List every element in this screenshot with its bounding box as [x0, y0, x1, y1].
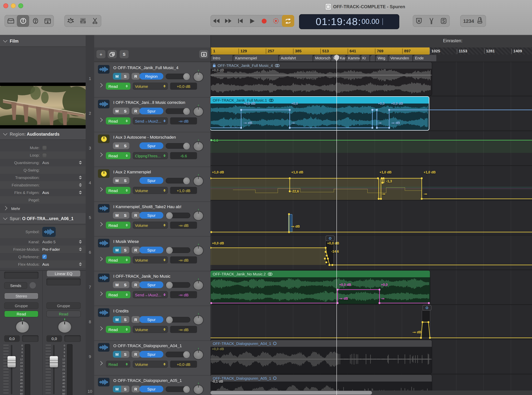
track-lane[interactable]: OFF-TRACK_Janik_No Music.2+0,0 dB+0,0-∞ …	[211, 270, 532, 305]
stepper-icon[interactable]	[79, 191, 82, 194]
pan-knob[interactable]	[193, 350, 204, 360]
autopunch-icon[interactable]	[413, 15, 425, 27]
solo-button[interactable]: S	[121, 386, 129, 392]
record-button[interactable]: R	[132, 212, 140, 219]
automation-mode-button[interactable]: Read	[106, 152, 130, 159]
stepper-icon[interactable]	[79, 161, 82, 165]
audio-region[interactable]: OFF-TRACK_Dialogspuren_A04_1	[211, 340, 432, 373]
automation-value[interactable]: -∞ dB	[170, 222, 197, 229]
slider-thumb[interactable]	[166, 247, 173, 253]
bar-ruler[interactable]: 11292573855136417698971025115312811409	[211, 47, 532, 55]
solo-button[interactable]: S	[121, 177, 129, 184]
pan-knob[interactable]	[193, 106, 204, 117]
automation-mode-button[interactable]: Read	[106, 82, 130, 90]
slider-thumb[interactable]	[183, 73, 190, 80]
slider-thumb[interactable]	[183, 143, 190, 149]
solo-mode-icon[interactable]	[438, 15, 450, 27]
track-slider[interactable]	[166, 352, 190, 357]
automation-value[interactable]: +0,0 dB	[170, 82, 197, 90]
pan-knob[interactable]	[193, 315, 204, 325]
disclosure-right-icon[interactable]	[99, 222, 103, 226]
region-header[interactable]: OFF-TRACK_Janik_No Music.2	[211, 271, 430, 277]
automation-mode-button[interactable]: Read	[106, 256, 130, 263]
track-header-row[interactable]: I Kammerspiel_Shot8_Take2 Hau ab!MSRSpur…	[94, 202, 211, 236]
count-in-button[interactable]: 1234	[463, 18, 474, 24]
pan-knob[interactable]	[193, 246, 204, 256]
automation-value[interactable]: +0,0 dB	[170, 361, 197, 368]
automation-scope-button[interactable]: Spur	[139, 212, 163, 219]
disclosure-right-icon[interactable]	[99, 361, 103, 366]
eq-slot-button[interactable]: Linear EQ	[46, 270, 81, 277]
record-button[interactable]: R	[132, 247, 140, 253]
lcd-display[interactable]: 01:19:48: 00.00	[299, 14, 399, 29]
solo-button[interactable]: S	[121, 108, 129, 114]
automation-mode-button[interactable]: Read	[106, 117, 130, 124]
stepper-icon[interactable]	[79, 247, 82, 251]
marker-kammersp[interactable]: Kammersp	[346, 55, 360, 61]
track-header-row[interactable]: I Aux 3 Autoscene - MotorschadenMSSpurRe…	[94, 132, 211, 167]
automation-node[interactable]	[211, 247, 211, 249]
track-lane[interactable]: +1,0 dB+1,0 dB-22,6+1,0 dB-1,3-∞+1,0 dB-…	[211, 166, 532, 201]
track-lane[interactable]: OFF-TRACK_Janik_Full Music.1+0,0 dB-∞ dB…	[211, 96, 532, 131]
record-button[interactable]: R	[132, 351, 140, 358]
automation-node[interactable]	[421, 198, 423, 200]
track-slider[interactable]	[166, 247, 190, 253]
mute-button[interactable]: M	[113, 351, 121, 358]
mute-button[interactable]: M	[113, 142, 121, 149]
automation-scope-button[interactable]: Spur	[139, 247, 163, 253]
disclosure-right-icon[interactable]	[99, 83, 103, 88]
mute-button[interactable]: M	[113, 386, 121, 392]
automation-param-button[interactable]: Volume	[133, 361, 168, 368]
automation-param-button[interactable]: Volume	[133, 256, 168, 263]
tuner-icon[interactable]	[425, 15, 438, 27]
disclosure-right-icon[interactable]	[99, 326, 103, 331]
close-icon[interactable]	[3, 3, 8, 8]
pan-knob[interactable]	[15, 320, 30, 334]
rewind-icon[interactable]	[211, 15, 222, 27]
automation-param-button[interactable]: Volume	[133, 326, 168, 333]
editors-icon[interactable]	[89, 15, 101, 27]
disclosure-right-icon[interactable]	[99, 257, 103, 261]
automation-line[interactable]	[211, 248, 532, 265]
fader-track[interactable]	[11, 345, 12, 394]
marker-kr[interactable]: Kr	[360, 55, 369, 61]
slider-thumb[interactable]	[183, 177, 190, 184]
region-header[interactable]: OFF-TRACK_Dialogspuren_A05_1	[211, 375, 432, 382]
disclosure-right-icon[interactable]	[99, 187, 103, 192]
mute-button[interactable]: M	[113, 316, 121, 323]
marker-blank[interactable]	[370, 55, 375, 61]
track-slider[interactable]	[166, 282, 190, 288]
film-thumbnail[interactable]	[0, 82, 86, 129]
automation-scope-button[interactable]: Region	[139, 73, 163, 80]
record-button[interactable]: R	[132, 73, 140, 80]
stepper-icon[interactable]	[79, 183, 82, 187]
film-section-header[interactable]: Film	[0, 35, 86, 47]
automation-mode-button[interactable]: Read	[106, 326, 130, 333]
automation-node[interactable]	[211, 177, 211, 179]
mute-button[interactable]: M	[113, 73, 121, 80]
add-track-button[interactable]: +	[96, 50, 105, 58]
solo-button[interactable]: S	[121, 73, 129, 80]
lcd-dropdown-icon[interactable]	[382, 18, 383, 25]
pan-knob[interactable]	[193, 280, 204, 290]
track-header-row[interactable]: I OFF-TRACK_Janik_No MusicMSRSpurReadSen…	[94, 271, 211, 306]
marker-kammerspiel[interactable]: Kammerspiel	[233, 55, 278, 61]
minimize-icon[interactable]	[11, 3, 16, 8]
format-button[interactable]: Stereo	[4, 293, 39, 299]
marker-motorsch[interactable]: Motorsch	[313, 55, 331, 61]
record-target-icon[interactable]	[270, 15, 282, 27]
playhead[interactable]	[337, 55, 337, 395]
group-button[interactable]: Gruppe	[46, 302, 81, 309]
marker-autofahrt[interactable]: Autofahrt	[279, 55, 313, 61]
track-symbol-icon[interactable]	[42, 227, 56, 237]
solo-button[interactable]: S	[121, 212, 129, 219]
automation-value[interactable]: -∞ dB	[170, 256, 197, 263]
track-header-row[interactable]: I CreditsMSRSpurReadVolume-∞ dB	[94, 306, 211, 341]
disclosure-right-icon[interactable]	[99, 292, 103, 296]
automation-node[interactable]	[289, 177, 291, 179]
checkbox-icon[interactable]	[42, 153, 47, 157]
mixer-icon[interactable]	[77, 15, 89, 27]
track-header-row[interactable]: I OFF-TRACK_Jani...ll Music correctionMS…	[94, 98, 211, 132]
automation-mode-button[interactable]: Read	[46, 311, 81, 317]
checkbox-icon[interactable]	[42, 145, 47, 150]
